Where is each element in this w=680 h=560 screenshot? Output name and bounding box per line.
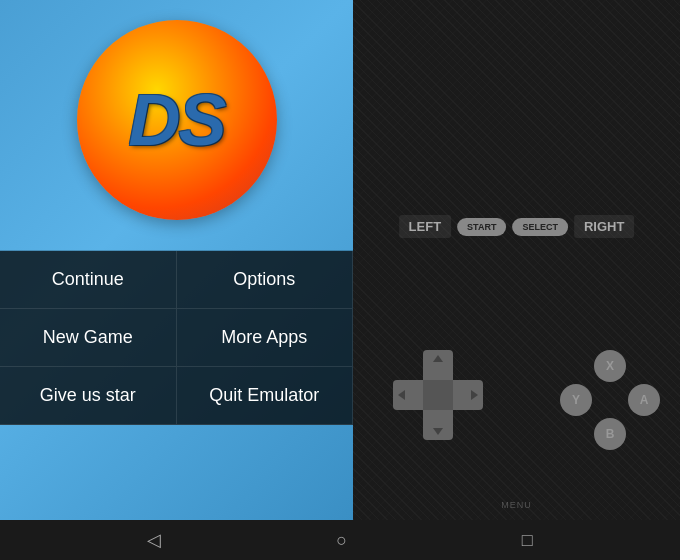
dpad-center (423, 380, 453, 410)
dpad-area (393, 350, 483, 440)
recent-nav-icon[interactable]: □ (522, 530, 533, 551)
a-button[interactable]: A (628, 384, 660, 416)
options-button[interactable]: Options (177, 251, 354, 309)
center-controls: LEFT START SELECT RIGHT (399, 215, 635, 238)
give-star-button[interactable]: Give us star (0, 367, 177, 425)
b-button[interactable]: B (594, 418, 626, 450)
menu-label: MENU (501, 500, 532, 510)
y-button[interactable]: Y (560, 384, 592, 416)
new-game-button[interactable]: New Game (0, 309, 177, 367)
home-nav-icon[interactable]: ○ (336, 530, 347, 551)
more-apps-button[interactable]: More Apps (177, 309, 354, 367)
right-panel: LEFT START SELECT RIGHT X Y A (353, 0, 680, 520)
dpad-down-arrow (433, 428, 443, 435)
logo-circle: DS (77, 20, 277, 220)
dpad-left-arrow (398, 390, 405, 400)
dpad[interactable] (393, 350, 483, 440)
dpad-right-arrow (471, 390, 478, 400)
action-buttons: X Y A B (560, 350, 660, 450)
dpad-up-arrow (433, 355, 443, 362)
select-button[interactable]: SELECT (512, 218, 568, 236)
menu-grid: Continue Options New Game More Apps Give… (0, 250, 353, 425)
left-label: LEFT (399, 215, 452, 238)
x-button[interactable]: X (594, 350, 626, 382)
left-panel: DS Continue Options New Game More Apps G… (0, 0, 353, 520)
bottom-nav: ◁ ○ □ (0, 520, 680, 560)
start-button[interactable]: START (457, 218, 506, 236)
logo-text: DS (128, 79, 224, 161)
quit-button[interactable]: Quit Emulator (177, 367, 354, 425)
continue-button[interactable]: Continue (0, 251, 177, 309)
back-nav-icon[interactable]: ◁ (147, 529, 161, 551)
right-label: RIGHT (574, 215, 634, 238)
